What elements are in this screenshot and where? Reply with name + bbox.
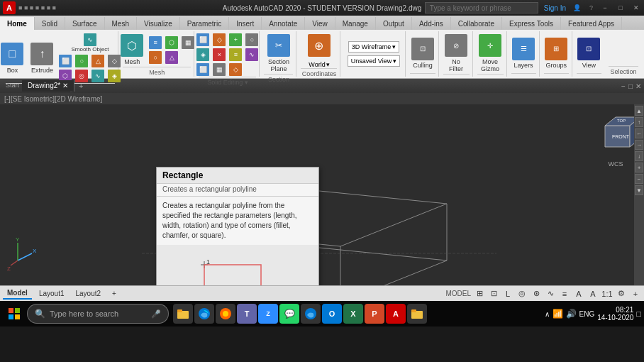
se3-btn[interactable]: + (228, 33, 243, 47)
layout2-tab[interactable]: Layout2 (71, 288, 105, 299)
mesh3-btn[interactable]: ▦ (180, 35, 196, 50)
extrude-btn[interactable]: ↑ Extrude (28, 41, 56, 75)
otrack-btn[interactable]: ∿ (545, 288, 556, 300)
view-btn[interactable]: ⊡ View (574, 36, 603, 70)
taskbar-excel[interactable]: X (343, 304, 363, 324)
viewcube[interactable]: FRONT TOP WCS (594, 111, 637, 154)
tab-insert[interactable]: Insert (229, 17, 262, 30)
annotation-scale[interactable]: 1:1 (601, 288, 613, 300)
mesh5-btn[interactable]: △ (164, 50, 179, 65)
3d-wireframe-dropdown[interactable]: 3D Wireframe▾ (348, 41, 400, 53)
se1-btn[interactable]: ⬜ (195, 33, 211, 47)
mesh4-btn[interactable]: ○ (148, 50, 163, 65)
canvas-area[interactable]: X Y Z FRONT TOP WCS ▲ ↑ ← → ↓ + − ▼ Rect… (0, 104, 644, 285)
mesh-btn[interactable]: ⬡ Mesh (118, 33, 146, 67)
tab-solid[interactable]: Solid (35, 17, 65, 30)
prim3-btn[interactable]: △ (90, 54, 106, 68)
se7-btn[interactable]: ≡ (228, 48, 243, 62)
se2-btn[interactable]: ◇ (211, 33, 227, 47)
taskbar-ppt[interactable]: P (365, 304, 384, 324)
drawing-close-btn[interactable]: ✕ (635, 82, 641, 90)
tab-visualize[interactable]: Visualize (137, 17, 180, 30)
ortho-btn[interactable]: L (502, 288, 513, 300)
mesh1-btn[interactable]: ≡ (148, 35, 163, 50)
pan-right-btn[interactable]: → (635, 140, 643, 150)
drawing2-tab[interactable]: Drawing2* ✕ (22, 80, 74, 92)
coords-dropdown[interactable]: ▾ (326, 61, 330, 68)
taskbar-edge2[interactable] (301, 304, 321, 324)
section-btn[interactable]: ✂ SectionPlane (265, 33, 293, 74)
help-icon[interactable]: ? (589, 4, 593, 11)
se11-btn[interactable]: ◇ (228, 62, 243, 77)
layout1-tab[interactable]: Layout1 (35, 288, 69, 299)
prim2-btn[interactable]: ○ (74, 54, 89, 68)
unsaved-view-dropdown[interactable]: Unsaved View▾ (348, 55, 400, 67)
se9-btn[interactable]: ⬜ (195, 62, 211, 77)
tab-collaborate[interactable]: Collaborate (451, 17, 502, 30)
pan-up-btn[interactable]: ↑ (635, 117, 643, 127)
taskbar-teams[interactable]: T (237, 304, 257, 324)
polar-btn[interactable]: ◎ (516, 288, 528, 300)
sign-in-btn[interactable]: Sign In (544, 4, 566, 12)
groups-btn[interactable]: ⊞ Groups (542, 36, 570, 70)
start-btn[interactable] (3, 302, 26, 325)
pan-down-btn[interactable]: ↓ (635, 151, 643, 161)
new-layout-btn[interactable]: + (108, 288, 121, 299)
tab-parametric[interactable]: Parametric (180, 17, 229, 30)
settings-btn[interactable]: ⚙ (616, 288, 627, 300)
lineweight-btn[interactable]: ≡ (559, 288, 570, 300)
grid-btn[interactable]: ⊞ (474, 288, 485, 300)
start-tab[interactable]: Start (3, 80, 22, 92)
se8-btn[interactable]: ∿ (244, 48, 260, 62)
tab-view[interactable]: View (305, 17, 335, 30)
tab-output[interactable]: Output (376, 17, 412, 30)
tab-featured[interactable]: Featured Apps (561, 17, 622, 30)
no-filter-btn[interactable]: ⊘ No Filter (442, 33, 470, 74)
selection-btn[interactable]: A (587, 288, 599, 300)
snap-btn[interactable]: ⊡ (488, 288, 499, 300)
zoom-out-btn[interactable]: − (635, 174, 643, 184)
smooth-obj-btn[interactable]: ∿ Smooth Object (57, 33, 122, 53)
mesh2-btn[interactable]: ⬡ (164, 35, 179, 50)
taskbar-whatsapp[interactable]: 💬 (279, 304, 299, 324)
tab-manage[interactable]: Manage (335, 17, 376, 30)
prim7-btn[interactable]: ∿ (90, 69, 106, 83)
drawing-max-btn[interactable]: □ (628, 82, 633, 90)
taskbar-outlook[interactable]: O (322, 304, 342, 324)
taskbar-edge[interactable] (194, 304, 214, 324)
scroll-up-btn[interactable]: ▲ (635, 106, 643, 116)
model-tab[interactable]: Model (3, 287, 32, 300)
se4-btn[interactable]: ○ (244, 33, 260, 47)
scroll-down-btn[interactable]: ▼ (635, 185, 643, 195)
box-btn[interactable]: □ Box (0, 41, 26, 75)
transparency-btn[interactable]: A (573, 288, 584, 300)
drawing-min-btn[interactable]: − (621, 82, 626, 90)
tab-surface[interactable]: Surface (65, 17, 104, 30)
se5-btn[interactable]: ◈ (195, 48, 211, 62)
tray-arrow[interactable]: ∧ (545, 310, 550, 318)
maximize-btn[interactable]: □ (616, 3, 626, 13)
plus-btn[interactable]: + (630, 288, 641, 300)
close-btn[interactable]: ✕ (631, 3, 641, 13)
taskbar-firefox[interactable] (216, 304, 235, 324)
taskbar-search-bar[interactable]: 🔍 Type here to search 🎤 (27, 304, 169, 324)
notification-btn[interactable]: □ (636, 309, 641, 318)
layers-btn[interactable]: ☰ Layers (509, 36, 538, 70)
zoom-in-btn[interactable]: + (635, 163, 643, 172)
new-tab-btn[interactable]: + (74, 80, 87, 92)
osnap-btn[interactable]: ⊛ (531, 288, 542, 300)
se6-btn[interactable]: × (211, 48, 227, 62)
taskbar-zoom[interactable]: Z (258, 304, 278, 324)
taskbar-file-explorer[interactable] (173, 304, 193, 324)
tab-express[interactable]: Express Tools (502, 17, 561, 30)
tab-addins[interactable]: Add-ins (412, 17, 451, 30)
tab-mesh[interactable]: Mesh (105, 17, 137, 30)
tab-annotate[interactable]: Annotate (262, 17, 305, 30)
culling-btn[interactable]: ⊡ Culling (409, 36, 437, 70)
taskbar-autocad[interactable]: A (386, 304, 406, 324)
tab-home[interactable]: Home (0, 17, 35, 30)
coords-btn[interactable]: ⊕ (305, 33, 333, 60)
move-gizmo-btn[interactable]: ✛ MoveGizmo (476, 33, 504, 74)
pan-left-btn[interactable]: ← (635, 128, 643, 138)
prim1-btn[interactable]: ⬜ (57, 54, 73, 68)
